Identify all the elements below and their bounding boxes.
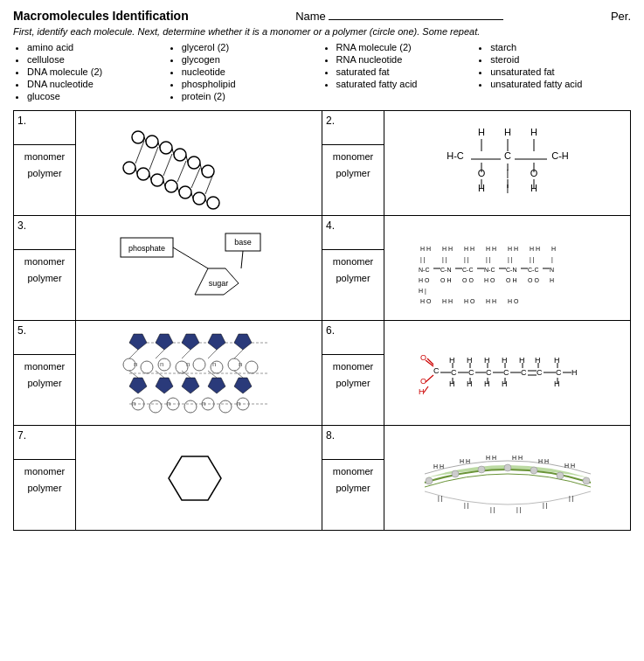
svg-text:C: C [521,368,527,377]
svg-line-153 [426,375,433,382]
polymer-label: polymer [326,480,380,497]
svg-line-25 [149,147,158,170]
svg-text:| |: | | [543,502,548,509]
svg-marker-105 [156,334,173,350]
svg-text:H: H [484,356,490,365]
svg-marker-107 [208,334,225,350]
svg-text:C-N: C-N [440,267,451,273]
svg-text:H: H [484,379,490,388]
svg-text:C: C [504,150,511,161]
svg-text:| |: | | [516,506,522,513]
svg-text:| |: | | [420,256,426,263]
svg-text:C-N: C-N [506,267,516,273]
cell-5-image: n n n n n [76,321,322,426]
svg-text:| |: | | [464,256,469,263]
svg-text:| |: | | [438,495,443,502]
svg-marker-124 [182,378,199,393]
svg-text:| |: | | [508,256,513,263]
svg-text:H: H [467,379,473,388]
polymer-label: polymer [326,375,380,393]
svg-text:C: C [486,368,492,377]
polymer-label: polymer [17,480,72,497]
svg-line-26 [163,154,172,176]
cell-6-label: monomer polymer [322,354,384,425]
svg-text:O H: O H [506,277,516,283]
table-row: 1. [14,111,631,145]
svg-text:n: n [239,360,242,368]
svg-text:H |: H | [419,288,426,295]
svg-marker-125 [208,378,225,393]
svg-marker-106 [182,334,199,350]
svg-point-12 [137,168,149,180]
dna-helix-svg [112,115,287,212]
cell-8-num: 8. [322,426,384,460]
svg-point-4 [188,157,200,169]
svg-text:H  H: H H [486,298,496,304]
svg-text:H: H [467,356,473,365]
svg-point-15 [179,186,191,198]
svg-point-113 [193,358,205,371]
svg-marker-123 [156,378,173,393]
svg-text:H: H [519,356,525,365]
svg-text:H  O: H O [508,298,519,304]
svg-text:H H: H H [420,246,431,252]
svg-text:C: C [556,368,562,377]
cell-4-label: monomer polymer [322,249,384,320]
svg-point-2 [160,142,172,154]
svg-line-55 [173,247,208,268]
svg-line-143 [129,371,138,378]
svg-point-212 [478,466,485,473]
phospholipid-svg: H H H H H H H H H H H H | | | | | | [416,430,599,526]
svg-point-216 [583,477,590,484]
svg-line-141 [208,350,217,358]
polymer-label: polymer [17,165,72,183]
svg-line-147 [234,371,243,378]
svg-line-27 [177,161,186,182]
svg-text:H H: H H [433,463,444,470]
svg-line-18 [135,168,137,174]
svg-point-128 [149,400,162,413]
svg-line-155 [424,386,428,393]
table-row: 3. phosphate base sugar [14,216,631,250]
svg-text:N: N [550,267,554,273]
svg-line-19 [149,175,151,180]
cell-1-image [76,111,322,216]
svg-marker-108 [234,334,252,350]
monomer-label: monomer [326,149,380,166]
svg-text:O O: O O [462,277,474,283]
cell-3-label: monomer polymer [14,249,76,320]
cell-4-image: H H | | N-C H O H | H H | | C-N O H H H … [384,216,631,321]
svg-text:C-C: C-C [462,267,473,273]
svg-point-110 [141,361,153,373]
svg-point-1 [146,136,158,148]
header: Macromolecules Identification Name Per. [13,9,631,23]
svg-text:H: H [449,379,455,388]
monomer-label: monomer [17,149,72,166]
svg-point-210 [426,477,433,484]
dna-molecule-svg: n n n n n [112,325,287,421]
cell-8-image: H H H H H H H H H H H H | | | | | | [384,426,631,531]
svg-text:H: H [554,379,560,388]
svg-point-14 [165,180,177,192]
svg-text:O H: O H [440,277,451,283]
cell-1-label: monomer polymer [14,144,76,215]
svg-line-58 [241,251,243,268]
svg-text:| |: | | [569,495,574,502]
svg-point-17 [207,197,219,209]
svg-text:H: H [419,387,425,396]
svg-text:H H: H H [442,246,453,252]
svg-text:n: n [132,400,135,407]
svg-text:H  O: H O [464,298,475,304]
cell-2-label: monomer polymer [322,144,384,215]
svg-text:H H: H H [464,246,474,252]
svg-text:O O: O O [528,277,539,283]
monomer-label: monomer [326,463,380,481]
molecule-col4: starch steroid unsaturated fat unsaturat… [476,42,631,103]
svg-line-144 [156,371,164,378]
svg-line-9 [186,156,188,163]
cell-7-label: monomer polymer [14,459,76,530]
cell-2-num: 2. [322,111,384,145]
svg-text:H  O: H O [420,298,432,304]
amino-acid-svg: H H H H-C C C-H O | O H | H [429,120,586,207]
svg-point-211 [452,470,459,477]
